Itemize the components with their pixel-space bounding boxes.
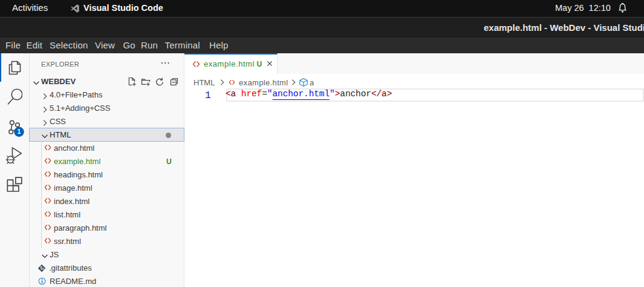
svg-text:1: 1 — [18, 128, 21, 135]
